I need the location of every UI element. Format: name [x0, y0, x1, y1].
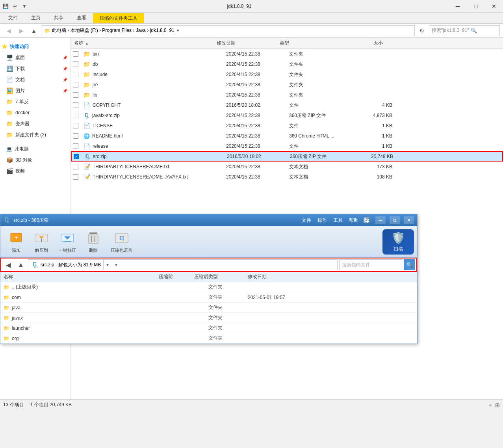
tab-home[interactable]: 主页: [24, 13, 47, 23]
close-button[interactable]: ✕: [485, 0, 503, 13]
col-header-size[interactable]: 大小: [347, 40, 386, 46]
tab-compress-tool[interactable]: 压缩的文件夹工具: [93, 13, 144, 24]
zip-add-button[interactable]: + 添加: [4, 229, 29, 255]
back-button[interactable]: ◀: [3, 25, 14, 36]
sidebar-item-3d[interactable]: 📦 3D 对象: [0, 154, 71, 165]
file-row-release[interactable]: 📄release 2020/4/15 22:38 文件 1 KB: [71, 141, 503, 151]
zip-language-button[interactable]: 码 压缩包语言: [106, 229, 137, 255]
zip-row-com[interactable]: 📁 com 文件夹 2021-05-01 19:57: [0, 292, 417, 303]
file-row-copyright[interactable]: 📄COPYRIGHT 2016/5/20 18:02 文件 4 KB: [71, 100, 503, 110]
address-box[interactable]: 📁 此电脑 › 本地磁盘 (F:) › Program Files › Java…: [41, 25, 415, 36]
zip-menu-tools[interactable]: 工具: [333, 217, 343, 224]
file-row-bin[interactable]: 📁bin 2020/4/15 22:38 文件夹: [71, 49, 503, 59]
col-header-name[interactable]: 名称 ▲: [71, 40, 217, 46]
desktop-icon: 🖥️: [6, 54, 13, 61]
checkbox-bin[interactable]: [73, 51, 78, 57]
tab-share[interactable]: 共享: [47, 13, 70, 23]
sidebar-item-newfolder[interactable]: 📁 新建文件夹 (2): [0, 129, 71, 140]
save-quick-icon[interactable]: 💾: [2, 2, 9, 10]
zip-up-btn[interactable]: ▲: [15, 259, 26, 270]
zip-oneclick-button[interactable]: 一键解压: [54, 229, 81, 255]
zip-extract-button[interactable]: 解压到: [29, 229, 54, 255]
file-row-thirdparty[interactable]: 📝THIRDPARTYLICENSEREADME.txt 2020/4/15 2…: [71, 162, 503, 172]
zip-row-org[interactable]: 📁 org 文件夹: [0, 333, 417, 344]
tab-file[interactable]: 文件: [2, 13, 24, 23]
zip-col-size1[interactable]: 压缩前: [137, 273, 173, 280]
grid-view-icon[interactable]: ⊞: [495, 402, 500, 408]
zip-row-javax[interactable]: 📁 javax 文件夹: [0, 313, 417, 323]
checkbox-jre[interactable]: [73, 82, 78, 87]
checkbox-license[interactable]: [73, 123, 78, 128]
folder-icon-launcher: 📁: [4, 325, 9, 331]
checkbox-thirdparty[interactable]: [73, 164, 78, 169]
maximize-button[interactable]: □: [467, 0, 485, 13]
zip-restore[interactable]: ⧉: [390, 216, 400, 224]
file-row-license[interactable]: 📄LICENSE 2020/4/15 22:38 文件 1 KB: [71, 121, 503, 131]
minimize-button[interactable]: ─: [449, 0, 467, 13]
zip-back-btn[interactable]: ◀: [3, 259, 14, 270]
pictures-icon: 🖼️: [6, 87, 13, 94]
checkbox-db[interactable]: [73, 61, 78, 67]
zip-dropdown-arr[interactable]: ▼: [112, 260, 120, 270]
sidebar-item-pictures[interactable]: 🖼️ 图片 📌: [0, 85, 71, 96]
sidebar-item-download[interactable]: ⬇️ 下载 📌: [0, 63, 71, 74]
tab-view[interactable]: 查看: [70, 13, 93, 23]
zip-col-name[interactable]: 名称: [4, 273, 137, 280]
zip-minimize[interactable]: ─: [375, 216, 386, 224]
sidebar-item-video[interactable]: 🎬 视频: [0, 165, 71, 177]
zip-search-button[interactable]: 🔍: [404, 259, 415, 270]
zip-col-size2[interactable]: 压缩后: [173, 273, 208, 280]
zip-close[interactable]: ✕: [404, 216, 414, 224]
file-row-thirdparty-javafx[interactable]: 📝THIRDPARTYLICENSEREADME-JAVAFX.txt 2020…: [71, 172, 503, 182]
checkbox-release[interactable]: [73, 143, 78, 149]
qa-dropdown[interactable]: ▼: [20, 2, 28, 10]
refresh-button[interactable]: ↻: [416, 25, 427, 36]
col-header-type[interactable]: 类型: [280, 40, 347, 46]
undo-quick-icon[interactable]: ↩: [11, 2, 19, 10]
checkbox-javafx[interactable]: [73, 113, 78, 118]
zip-dropdown-v[interactable]: ▼: [103, 260, 111, 270]
zip-menu-help[interactable]: 帮助: [349, 217, 358, 224]
zip-col-date[interactable]: 修改日期: [248, 273, 319, 280]
zip-menu-action[interactable]: 操作: [317, 217, 327, 224]
up-button[interactable]: ▲: [28, 25, 39, 36]
checkbox-readme[interactable]: [73, 133, 78, 139]
checkbox-srczip[interactable]: ✓: [74, 154, 79, 159]
sidebar-item-danfan[interactable]: 📁 7.单反: [0, 96, 71, 107]
folder-icon-com: 📁: [4, 295, 9, 300]
sidebar-item-thispc[interactable]: 💻 此电脑: [0, 143, 71, 154]
zip360-icon-src: 🗜️: [84, 154, 91, 160]
checkbox-include[interactable]: [73, 72, 78, 77]
zip-delete-button[interactable]: 删除: [81, 229, 106, 255]
file-row-lib[interactable]: 📁lib 2020/4/15 22:38 文件夹: [71, 90, 503, 100]
file-row-readme[interactable]: 🌐 README.html 2020/4/15 22:38 360 Chrome…: [71, 131, 503, 141]
file-row-jre[interactable]: 📁jre 2020/4/15 22:38 文件夹: [71, 80, 503, 90]
zip-search-box[interactable]: 搜索包内文件: [339, 259, 402, 270]
folder-icon-4: 📁: [6, 132, 13, 138]
zip-row-launcher[interactable]: 📁 launcher 文件夹: [0, 323, 417, 333]
sidebar-item-docker[interactable]: 📁 docker: [0, 107, 71, 118]
sidebar-item-docs[interactable]: 📄 文档 📌: [0, 74, 71, 85]
zip-row-java[interactable]: 📁 java 文件夹: [0, 303, 417, 313]
status-bar: 13 个项目 1 个项目 20,749 KB ≡ ⊞: [0, 399, 503, 410]
file-row-srczip[interactable]: ✓ 🗜️ src.zip 2016/5/20 18:02 360压缩 ZIP 文…: [71, 151, 503, 162]
col-header-date[interactable]: 修改日期: [217, 40, 280, 46]
forward-button[interactable]: ▶: [16, 25, 27, 36]
zip-row-parent[interactable]: 📁 .. (上级目录) 文件夹: [0, 282, 417, 292]
checkbox-copyright[interactable]: [73, 102, 78, 108]
sidebar-item-desktop[interactable]: 🖥️ 桌面 📌: [0, 52, 71, 63]
zip-menu-file[interactable]: 文件: [302, 217, 311, 224]
scan-button[interactable]: 🛡️ 扫描: [382, 229, 414, 255]
search-box[interactable]: 搜索"jdk1.8.0_91" 🔍: [429, 25, 500, 36]
zip-col-type[interactable]: 类型: [208, 273, 248, 280]
list-view-icon[interactable]: ≡: [489, 402, 492, 408]
zip-path-box[interactable]: 🗜️ src.zip - 解包大小为 81.9 MB ▼ ▼: [28, 259, 338, 270]
file-row-include[interactable]: 📁include 2020/4/15 22:38 文件夹: [71, 69, 503, 80]
file-row-db[interactable]: 📁db 2020/4/15 22:38 文件夹: [71, 59, 503, 69]
sidebar-item-voice[interactable]: 📁 变声器: [0, 118, 71, 129]
file-row-javafx-zip[interactable]: 🗜️ javafx-src.zip 2020/4/15 22:38 360压缩 …: [71, 110, 503, 121]
checkbox-thirdparty-javafx[interactable]: [73, 174, 78, 180]
checkbox-lib[interactable]: [73, 92, 78, 98]
zip-icon-refresh[interactable]: 🔄: [363, 217, 370, 223]
search-icon[interactable]: 🔍: [471, 28, 477, 33]
